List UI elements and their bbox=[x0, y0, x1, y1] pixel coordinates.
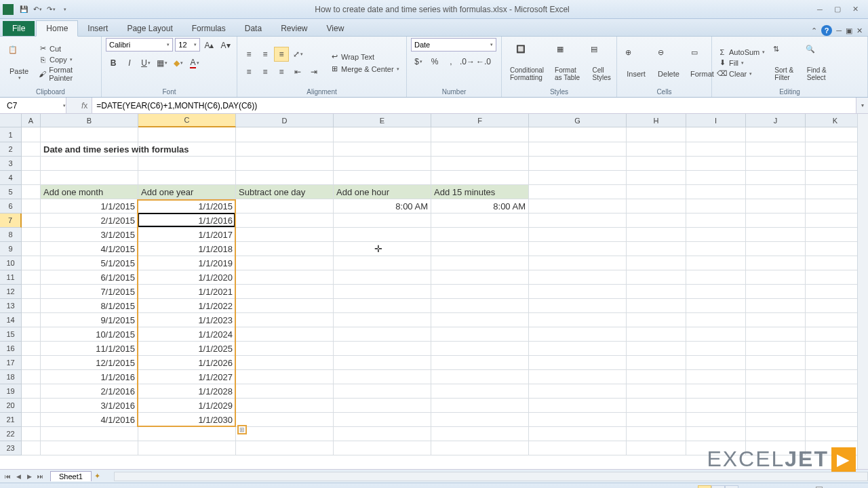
italic-button[interactable]: I bbox=[122, 56, 137, 70]
cell[interactable] bbox=[686, 199, 746, 214]
cell[interactable] bbox=[431, 356, 529, 370]
select-all-corner[interactable] bbox=[0, 114, 22, 127]
cell[interactable] bbox=[22, 285, 41, 299]
name-box[interactable]: C7▾ bbox=[0, 98, 66, 113]
cell[interactable] bbox=[746, 313, 806, 327]
cell[interactable] bbox=[529, 399, 627, 413]
tab-insert[interactable]: Insert bbox=[78, 21, 117, 36]
cell[interactable] bbox=[334, 171, 431, 185]
cell[interactable] bbox=[686, 228, 746, 242]
cell[interactable] bbox=[236, 199, 334, 214]
cell[interactable]: 1/1/2024 bbox=[138, 327, 236, 342]
vertical-scrollbar[interactable] bbox=[857, 114, 868, 469]
paste-button[interactable]: 📋 Paste ▾ bbox=[4, 44, 34, 82]
cell[interactable] bbox=[746, 199, 806, 214]
tab-review[interactable]: Review bbox=[271, 21, 317, 36]
row-header[interactable]: 10 bbox=[0, 256, 22, 270]
cell[interactable] bbox=[529, 185, 627, 199]
cell[interactable] bbox=[686, 356, 746, 370]
cell[interactable] bbox=[806, 127, 865, 142]
tab-page-layout[interactable]: Page Layout bbox=[117, 21, 182, 36]
redo-icon[interactable]: ↷▾ bbox=[45, 3, 57, 16]
find-select-button[interactable]: 🔍Find & Select bbox=[802, 43, 831, 83]
cell[interactable]: 1/1/2025 bbox=[138, 342, 236, 356]
cell[interactable] bbox=[334, 356, 431, 370]
cell[interactable] bbox=[746, 270, 806, 285]
cell[interactable] bbox=[22, 214, 41, 228]
cell[interactable] bbox=[334, 242, 431, 256]
cell[interactable] bbox=[686, 256, 746, 270]
cell[interactable] bbox=[236, 127, 334, 142]
cell[interactable]: 11/1/2015 bbox=[41, 342, 138, 356]
cell[interactable] bbox=[806, 427, 865, 441]
cell[interactable] bbox=[806, 157, 865, 171]
cell[interactable] bbox=[746, 228, 806, 242]
cell[interactable] bbox=[334, 228, 431, 242]
cell[interactable] bbox=[236, 313, 334, 327]
row-header[interactable]: 1 bbox=[0, 127, 22, 142]
row-header[interactable]: 23 bbox=[0, 441, 22, 455]
cell[interactable] bbox=[431, 399, 529, 413]
cell[interactable]: 6/1/2015 bbox=[41, 270, 138, 285]
cell[interactable]: 1/1/2023 bbox=[138, 313, 236, 327]
sheet-tab-sheet1[interactable]: Sheet1 bbox=[50, 471, 92, 481]
cell[interactable] bbox=[236, 356, 334, 370]
row-header[interactable]: 14 bbox=[0, 313, 22, 327]
cell[interactable] bbox=[431, 142, 529, 157]
cell[interactable] bbox=[806, 242, 865, 256]
workbook-minimize-icon[interactable]: ─ bbox=[836, 26, 842, 35]
cell[interactable] bbox=[627, 270, 686, 285]
cell[interactable] bbox=[431, 285, 529, 299]
cell[interactable] bbox=[627, 342, 686, 356]
cell[interactable] bbox=[746, 413, 806, 427]
cell[interactable] bbox=[529, 327, 627, 342]
fill-color-button[interactable]: ◆▾ bbox=[171, 56, 186, 70]
row-header[interactable]: 21 bbox=[0, 413, 22, 427]
cell[interactable] bbox=[627, 299, 686, 313]
cell[interactable] bbox=[431, 441, 529, 455]
cell[interactable] bbox=[41, 427, 138, 441]
cell[interactable] bbox=[334, 413, 431, 427]
new-sheet-icon[interactable]: ✦ bbox=[94, 472, 100, 481]
cell[interactable]: 10/1/2015 bbox=[41, 327, 138, 342]
tab-home[interactable]: Home bbox=[36, 20, 78, 37]
cell[interactable] bbox=[746, 285, 806, 299]
cell[interactable]: 8:00 AM bbox=[431, 199, 529, 214]
comma-icon[interactable]: , bbox=[443, 54, 458, 69]
cell[interactable] bbox=[529, 157, 627, 171]
worksheet-grid[interactable]: ABCDEFGHIJK 1234567891011121314151617181… bbox=[0, 114, 868, 469]
tab-formulas[interactable]: Formulas bbox=[182, 21, 235, 36]
cell[interactable] bbox=[806, 256, 865, 270]
decrease-indent-icon[interactable]: ⇤ bbox=[290, 64, 305, 79]
cell[interactable] bbox=[746, 242, 806, 256]
align-right-icon[interactable]: ≡ bbox=[274, 64, 289, 79]
cell[interactable] bbox=[22, 413, 41, 427]
cell[interactable] bbox=[138, 441, 236, 455]
font-color-button[interactable]: A▾ bbox=[187, 56, 202, 70]
underline-button[interactable]: U▾ bbox=[138, 56, 153, 70]
cells-area[interactable]: Date and time series with formulasAdd on… bbox=[22, 127, 865, 455]
cell[interactable] bbox=[41, 127, 138, 142]
cell[interactable] bbox=[806, 228, 865, 242]
cell[interactable] bbox=[686, 214, 746, 228]
cell[interactable] bbox=[334, 384, 431, 399]
undo-icon[interactable]: ↶▾ bbox=[31, 3, 43, 16]
cell[interactable]: 1/1/2028 bbox=[138, 384, 236, 399]
cell[interactable] bbox=[431, 171, 529, 185]
cell[interactable] bbox=[627, 228, 686, 242]
cell[interactable] bbox=[431, 256, 529, 270]
cell[interactable] bbox=[529, 384, 627, 399]
normal-view-button[interactable] bbox=[698, 485, 711, 489]
format-painter-button[interactable]: 🖌Format Painter bbox=[37, 66, 97, 82]
cell[interactable] bbox=[236, 370, 334, 384]
cell[interactable] bbox=[529, 256, 627, 270]
cell[interactable] bbox=[627, 427, 686, 441]
cell[interactable] bbox=[334, 327, 431, 342]
cell[interactable] bbox=[529, 199, 627, 214]
cell[interactable] bbox=[627, 157, 686, 171]
border-button[interactable]: ▦▾ bbox=[155, 56, 170, 70]
cell[interactable] bbox=[627, 185, 686, 199]
cell[interactable]: 2/1/2016 bbox=[41, 384, 138, 399]
row-header[interactable]: 3 bbox=[0, 157, 22, 171]
close-button[interactable]: ✕ bbox=[849, 4, 861, 15]
